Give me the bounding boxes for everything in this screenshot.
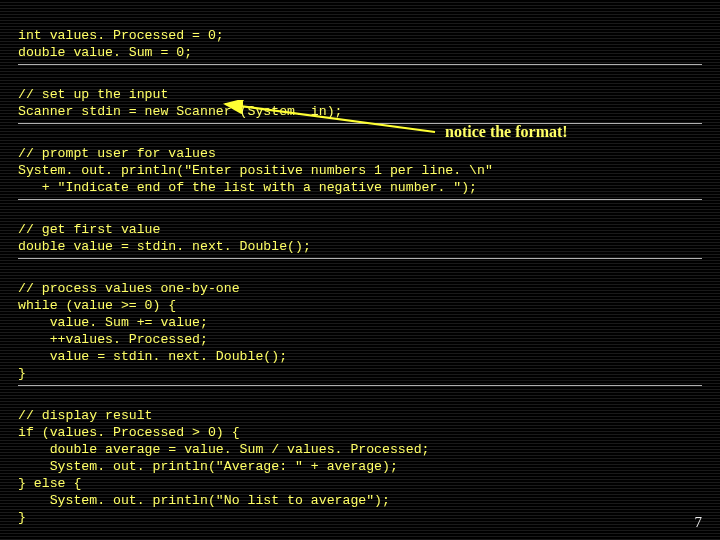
code-line: value. Sum += value; (18, 315, 208, 330)
code-line: } (18, 510, 26, 525)
code-line: value = stdin. next. Double(); (18, 349, 287, 364)
code-line: + "Indicate end of the list with a negat… (18, 180, 477, 195)
code-line: System. out. println("Average: " + avera… (18, 459, 398, 474)
divider (18, 199, 702, 200)
code-line: double value = stdin. next. Double(); (18, 239, 311, 254)
code-line: int values. Processed = 0; (18, 28, 224, 43)
code-line: double average = value. Sum / values. Pr… (18, 442, 430, 457)
code-line: } else { (18, 476, 81, 491)
divider (18, 64, 702, 65)
code-comment: // get first value (18, 222, 160, 237)
page-number: 7 (695, 514, 703, 531)
code-line: ++values. Processed; (18, 332, 208, 347)
code-line: if (values. Processed > 0) { (18, 425, 240, 440)
code-line: } (18, 366, 26, 381)
code-line: System. out. println("Enter positive num… (18, 163, 493, 178)
code-line: Scanner stdin = new Scanner (System. in)… (18, 104, 342, 119)
code-comment: // set up the input (18, 87, 168, 102)
annotation-text: notice the format! (445, 123, 568, 141)
code-comment: // process values one-by-one (18, 281, 240, 296)
code-line: while (value >= 0) { (18, 298, 176, 313)
code-line: double value. Sum = 0; (18, 45, 192, 60)
slide: int values. Processed = 0; double value.… (0, 0, 720, 540)
code-block: int values. Processed = 0; double value.… (18, 10, 702, 540)
code-comment: // prompt user for values (18, 146, 216, 161)
divider (18, 385, 702, 386)
code-comment: // display result (18, 408, 153, 423)
divider (18, 123, 702, 124)
code-line: System. out. println("No list to average… (18, 493, 390, 508)
divider (18, 258, 702, 259)
